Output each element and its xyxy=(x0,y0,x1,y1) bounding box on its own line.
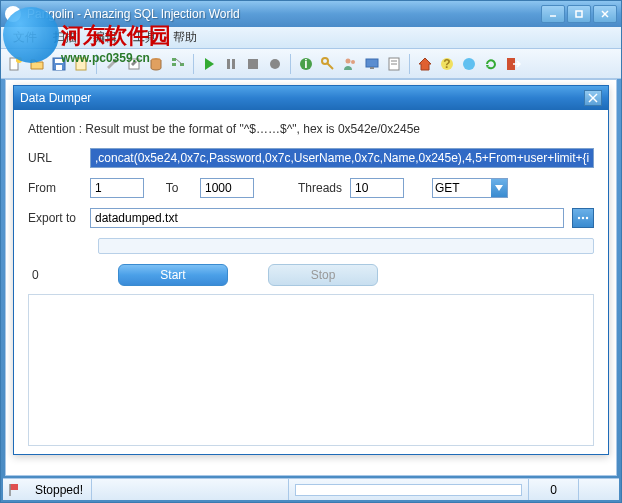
svg-rect-10 xyxy=(76,58,86,70)
menu-scan[interactable]: 扫描 xyxy=(45,26,85,49)
menu-help[interactable]: 帮助 xyxy=(165,26,205,49)
monitor-icon[interactable] xyxy=(362,54,382,74)
separator xyxy=(96,54,97,74)
pause-icon[interactable] xyxy=(221,54,241,74)
svg-marker-18 xyxy=(205,58,214,70)
menu-file[interactable]: 文件 xyxy=(5,26,45,49)
svg-point-22 xyxy=(270,59,280,69)
separator xyxy=(193,54,194,74)
status-progress xyxy=(289,479,529,500)
window-title: Pangolin - Amazing SQL Injection World xyxy=(27,7,541,21)
home-icon[interactable] xyxy=(415,54,435,74)
toolbar: i ? xyxy=(1,49,621,79)
progress-bar xyxy=(98,238,594,254)
svg-rect-30 xyxy=(370,67,374,69)
method-select[interactable]: GET xyxy=(432,178,508,198)
svg-point-45 xyxy=(586,217,588,219)
exit-icon[interactable] xyxy=(503,54,523,74)
menubar: 文件 扫描 编辑 工具 帮助 xyxy=(1,27,621,49)
main-window: Pangolin - Amazing SQL Injection World 河… xyxy=(0,0,622,503)
separator xyxy=(290,54,291,74)
svg-marker-34 xyxy=(419,58,431,70)
titlebar: Pangolin - Amazing SQL Injection World xyxy=(1,1,621,27)
data-dumper-dialog: Data Dumper Attention : Result must be t… xyxy=(13,85,609,455)
dialog-close-button[interactable] xyxy=(584,90,602,106)
doc-icon[interactable] xyxy=(71,54,91,74)
help-icon[interactable]: ? xyxy=(437,54,457,74)
svg-rect-46 xyxy=(10,484,18,490)
svg-point-28 xyxy=(351,60,355,64)
statusbar: Stopped! 0 xyxy=(3,478,619,500)
new-doc-icon[interactable] xyxy=(5,54,25,74)
svg-rect-8 xyxy=(55,59,63,63)
start-button[interactable]: Start xyxy=(118,264,228,286)
svg-point-44 xyxy=(582,217,584,219)
svg-point-43 xyxy=(578,217,580,219)
svg-line-26 xyxy=(327,63,333,69)
export-input[interactable] xyxy=(90,208,564,228)
threads-label: Threads xyxy=(282,181,342,195)
from-label: From xyxy=(28,181,82,195)
from-input[interactable] xyxy=(90,178,144,198)
svg-rect-19 xyxy=(227,59,230,69)
url-label: URL xyxy=(28,151,82,165)
result-count: 0 xyxy=(28,268,78,282)
svg-rect-21 xyxy=(248,59,258,69)
svg-rect-15 xyxy=(172,63,176,66)
status-text: Stopped! xyxy=(27,479,92,500)
svg-rect-9 xyxy=(56,65,62,70)
svg-rect-29 xyxy=(366,59,378,67)
attention-text: Attention : Result must be the format of… xyxy=(28,122,594,136)
app-icon xyxy=(5,6,21,22)
dialog-title: Data Dumper xyxy=(20,91,584,105)
menu-edit[interactable]: 编辑 xyxy=(85,26,125,49)
svg-point-27 xyxy=(346,58,351,63)
stop-button: Stop xyxy=(268,264,378,286)
note-icon[interactable] xyxy=(384,54,404,74)
browse-button[interactable] xyxy=(572,208,594,228)
save-icon[interactable] xyxy=(49,54,69,74)
stop-icon[interactable] xyxy=(243,54,263,74)
svg-point-6 xyxy=(16,57,22,63)
to-input[interactable] xyxy=(200,178,254,198)
config-icon[interactable] xyxy=(102,54,122,74)
close-button[interactable] xyxy=(593,5,617,23)
svg-text:i: i xyxy=(304,57,307,71)
threads-input[interactable] xyxy=(350,178,404,198)
status-count: 0 xyxy=(529,479,579,500)
play-icon[interactable] xyxy=(199,54,219,74)
open-icon[interactable] xyxy=(27,54,47,74)
svg-point-37 xyxy=(463,58,475,70)
tree-icon[interactable] xyxy=(168,54,188,74)
tools-icon[interactable] xyxy=(124,54,144,74)
users-icon[interactable] xyxy=(340,54,360,74)
minimize-button[interactable] xyxy=(541,5,565,23)
to-label: To xyxy=(152,181,192,195)
svg-rect-1 xyxy=(576,11,582,17)
record-icon[interactable] xyxy=(265,54,285,74)
refresh-icon[interactable] xyxy=(481,54,501,74)
database-icon[interactable] xyxy=(146,54,166,74)
dialog-titlebar: Data Dumper xyxy=(14,86,608,110)
menu-tools[interactable]: 工具 xyxy=(125,26,165,49)
separator xyxy=(409,54,410,74)
svg-rect-20 xyxy=(232,59,235,69)
svg-text:?: ? xyxy=(443,57,450,71)
output-textarea[interactable] xyxy=(28,294,594,446)
status-flag-icon xyxy=(7,482,23,498)
svg-line-17 xyxy=(176,59,182,64)
status-gap xyxy=(92,479,289,500)
key-icon[interactable] xyxy=(318,54,338,74)
info-icon[interactable]: i xyxy=(296,54,316,74)
export-label: Export to xyxy=(28,211,82,225)
svg-rect-14 xyxy=(172,58,176,61)
about-icon[interactable] xyxy=(459,54,479,74)
maximize-button[interactable] xyxy=(567,5,591,23)
svg-point-11 xyxy=(113,59,117,63)
url-input[interactable] xyxy=(90,148,594,168)
